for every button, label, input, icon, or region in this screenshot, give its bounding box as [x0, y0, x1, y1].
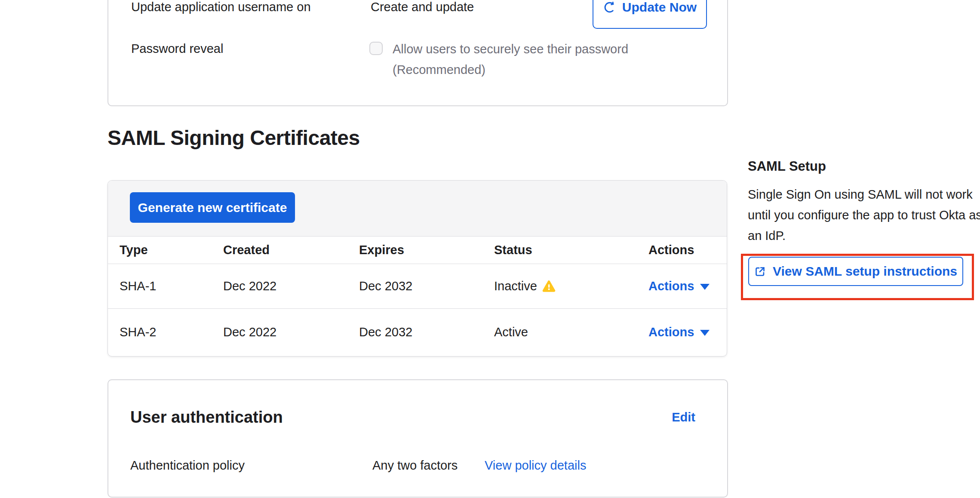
edit-link[interactable]: Edit — [672, 410, 695, 424]
chevron-down-icon — [700, 330, 710, 336]
cert-type: SHA-2 — [120, 325, 156, 339]
view-saml-setup-instructions-button[interactable]: View SAML setup instructions — [748, 257, 963, 286]
user-authentication-title: User authentication — [130, 407, 283, 427]
cert-created: Dec 2022 — [223, 325, 276, 339]
update-now-button[interactable]: Update Now — [593, 0, 707, 29]
password-reveal-description: Allow users to securely see their passwo… — [393, 39, 668, 80]
cert-actions-dropdown[interactable]: Actions — [648, 279, 710, 293]
certificates-panel: Generate new certificate Type Created Ex… — [108, 180, 727, 357]
actions-label: Actions — [648, 325, 694, 339]
cert-status: Active — [494, 325, 528, 339]
column-header-type: Type — [120, 243, 148, 257]
saml-setup-description: Single Sign On using SAML will not work … — [748, 184, 980, 246]
generate-certificate-button[interactable]: Generate new certificate — [130, 192, 295, 223]
authentication-policy-label: Authentication policy — [130, 458, 245, 472]
column-header-actions: Actions — [648, 243, 694, 257]
user-authentication-card: User authentication Edit Authentication … — [108, 379, 728, 498]
view-saml-setup-label: View SAML setup instructions — [773, 264, 957, 279]
username-update-value: Create and update — [371, 0, 474, 14]
warning-triangle-icon[interactable] — [542, 280, 556, 293]
cert-created: Dec 2022 — [223, 279, 276, 293]
chevron-down-icon — [700, 284, 710, 290]
username-update-label: Update application username on — [131, 0, 311, 14]
cert-type: SHA-1 — [120, 279, 156, 293]
cert-expires: Dec 2032 — [359, 325, 412, 339]
cert-expires: Dec 2032 — [359, 279, 412, 293]
column-header-created: Created — [223, 243, 270, 257]
cert-actions-dropdown[interactable]: Actions — [648, 325, 710, 339]
view-policy-details-link[interactable]: View policy details — [485, 458, 586, 472]
refresh-icon — [603, 1, 616, 14]
actions-label: Actions — [648, 279, 694, 293]
update-now-label: Update Now — [622, 0, 697, 15]
row-divider — [108, 308, 727, 309]
cert-status: Inactive — [494, 279, 556, 293]
status-text: Inactive — [494, 279, 537, 293]
column-header-expires: Expires — [359, 243, 404, 257]
saml-setup-title: SAML Setup — [748, 158, 826, 175]
password-reveal-checkbox[interactable] — [369, 42, 383, 55]
column-header-status: Status — [494, 243, 532, 257]
password-reveal-label: Password reveal — [131, 42, 223, 55]
page-title: SAML Signing Certificates — [108, 126, 360, 151]
external-link-icon — [754, 266, 766, 277]
row-divider — [108, 264, 727, 264]
sign-on-settings-card: Update application username on Create an… — [108, 0, 728, 106]
authentication-policy-value: Any two factors — [372, 458, 458, 472]
